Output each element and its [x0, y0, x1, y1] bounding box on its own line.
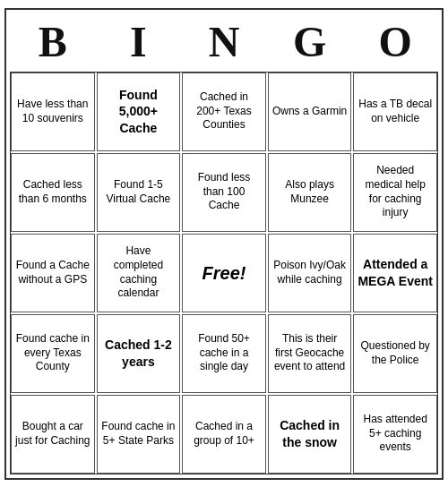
bingo-cell-13[interactable]: Poison Ivy/Oak while caching	[268, 234, 352, 312]
bingo-cell-8[interactable]: Also plays Munzee	[268, 153, 352, 232]
bingo-grid: Have less than 10 souvenirsFound 5,000+ …	[10, 72, 438, 474]
bingo-cell-15[interactable]: Found cache in every Texas County	[11, 314, 95, 393]
bingo-cell-9[interactable]: Needed medical help for caching injury	[353, 153, 437, 232]
bingo-cell-5[interactable]: Cached less than 6 months	[11, 153, 95, 232]
bingo-cell-14[interactable]: Attended a MEGA Event	[353, 234, 437, 312]
bingo-cell-4[interactable]: Has a TB decal on vehicle	[353, 73, 437, 151]
letter-b: B	[13, 17, 92, 66]
bingo-cell-7[interactable]: Found less than 100 Cache	[182, 153, 266, 232]
bingo-cell-20[interactable]: Bought a car just for Caching	[11, 395, 95, 474]
bingo-cell-10[interactable]: Found a Cache without a GPS	[11, 234, 95, 312]
bingo-cell-12[interactable]: Free!	[182, 234, 266, 312]
bingo-cell-23[interactable]: Cached in the snow	[268, 395, 352, 474]
bingo-card: B I N G O Have less than 10 souvenirsFou…	[4, 8, 444, 480]
bingo-cell-22[interactable]: Cached in a group of 10+	[182, 395, 266, 474]
bingo-cell-2[interactable]: Cached in 200+ Texas Counties	[182, 73, 266, 151]
bingo-cell-24[interactable]: Has attended 5+ caching events	[353, 395, 437, 474]
letter-o: O	[356, 17, 435, 66]
letter-g: G	[271, 17, 349, 66]
bingo-cell-3[interactable]: Owns a Garmin	[268, 73, 352, 151]
bingo-cell-6[interactable]: Found 1-5 Virtual Cache	[97, 153, 181, 232]
bingo-cell-19[interactable]: Questioned by the Police	[353, 314, 437, 393]
bingo-cell-1[interactable]: Found 5,000+ Cache	[97, 73, 181, 151]
bingo-cell-0[interactable]: Have less than 10 souvenirs	[11, 73, 95, 151]
bingo-cell-16[interactable]: Cached 1-2 years	[97, 314, 181, 393]
bingo-header: B I N G O	[10, 13, 438, 72]
letter-i: I	[99, 17, 177, 66]
letter-n: N	[185, 17, 263, 66]
bingo-cell-11[interactable]: Have completed caching calendar	[97, 234, 181, 312]
bingo-cell-17[interactable]: Found 50+ cache in a single day	[182, 314, 266, 393]
bingo-cell-18[interactable]: This is their first Geocache event to at…	[268, 314, 352, 393]
bingo-cell-21[interactable]: Found cache in 5+ State Parks	[97, 395, 181, 474]
